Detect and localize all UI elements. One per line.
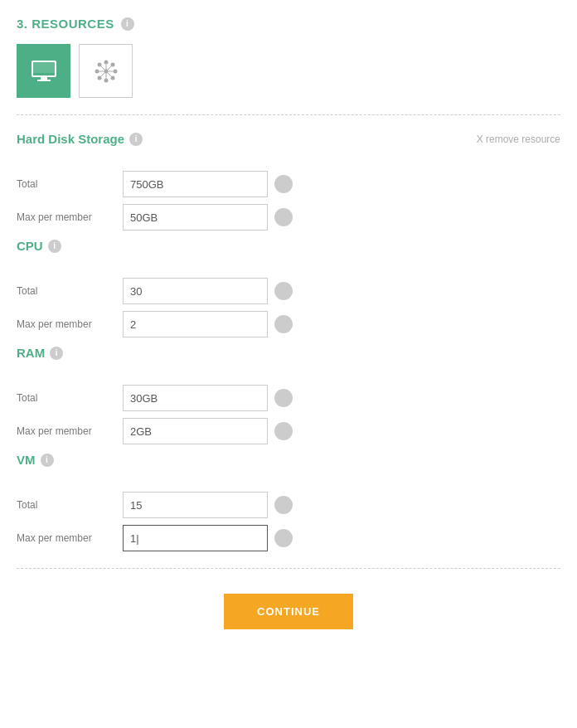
resource-section-ram: RAM i Total Max per member <box>17 346 560 444</box>
svg-point-11 <box>97 75 101 80</box>
harddisk-max-label: Max per member <box>17 211 116 223</box>
ram-total-row: Total <box>17 385 560 411</box>
harddisk-total-input[interactable] <box>123 171 268 197</box>
resource-header-cpu: CPU i <box>17 239 560 253</box>
cpu-max-btn[interactable] <box>274 315 293 333</box>
bottom-divider <box>17 568 560 569</box>
harddisk-max-btn[interactable] <box>274 208 293 226</box>
resource-header-ram: RAM i <box>17 346 560 360</box>
svg-point-6 <box>104 78 108 82</box>
ram-total-input[interactable] <box>123 385 268 411</box>
vm-max-btn[interactable] <box>274 529 293 547</box>
vm-total-input[interactable] <box>123 492 268 518</box>
cpu-label-text: CPU <box>17 239 43 253</box>
vm-max-input[interactable] <box>123 525 268 551</box>
svg-point-12 <box>110 75 114 80</box>
svg-rect-3 <box>32 61 56 73</box>
harddisk-total-row: Total <box>17 171 560 197</box>
harddisk-total-label: Total <box>17 178 116 190</box>
section-title: 3. RESOURCES i <box>17 17 560 31</box>
cpu-total-label: Total <box>17 285 116 297</box>
resource-icon-desktop[interactable] <box>17 44 70 98</box>
vm-total-btn[interactable] <box>274 496 293 514</box>
svg-line-17 <box>101 66 106 71</box>
section-info-icon[interactable]: i <box>121 17 134 31</box>
ram-max-btn[interactable] <box>274 422 293 440</box>
resource-label-cpu: CPU i <box>17 239 61 253</box>
svg-point-10 <box>110 62 114 66</box>
svg-line-20 <box>106 71 111 76</box>
ram-label-text: RAM <box>17 346 45 360</box>
cluster-icon <box>91 56 121 86</box>
resource-icon-cluster[interactable] <box>79 44 133 98</box>
resource-section-cpu: CPU i Total Max per member <box>17 239 560 337</box>
remove-harddisk[interactable]: X remove resource <box>477 133 560 145</box>
vm-total-row: Total <box>17 492 560 518</box>
resource-section-vm: VM i Total Max per member <box>17 453 560 551</box>
cpu-max-input[interactable] <box>123 311 268 337</box>
ram-info-icon[interactable]: i <box>50 347 63 360</box>
ram-max-input[interactable] <box>123 418 268 444</box>
harddisk-max-input[interactable] <box>123 204 268 231</box>
desktop-icon <box>29 56 59 86</box>
cpu-max-row: Max per member <box>17 311 560 337</box>
cpu-total-row: Total <box>17 278 560 304</box>
ram-total-label: Total <box>17 392 116 404</box>
cpu-max-label: Max per member <box>17 318 116 330</box>
page-container: 3. RESOURCES i <box>0 0 577 654</box>
cpu-info-icon[interactable]: i <box>48 240 61 253</box>
harddisk-max-row: Max per member <box>17 204 560 231</box>
top-divider <box>17 114 560 115</box>
cpu-total-btn[interactable] <box>274 282 293 300</box>
resource-header-vm: VM i <box>17 453 560 467</box>
resource-label-ram: RAM i <box>17 346 63 360</box>
svg-point-8 <box>113 69 117 73</box>
svg-line-19 <box>101 71 106 76</box>
ram-total-btn[interactable] <box>274 389 293 407</box>
vm-info-icon[interactable]: i <box>41 454 54 467</box>
svg-rect-2 <box>37 80 51 81</box>
section-title-text: 3. RESOURCES <box>17 17 114 31</box>
svg-point-9 <box>97 62 101 66</box>
resource-section-harddisk: Hard Disk Storage i X remove resource To… <box>17 132 560 231</box>
svg-rect-1 <box>41 76 47 80</box>
resource-icons <box>17 44 560 98</box>
continue-section: CONTINUE <box>17 594 560 629</box>
vm-max-row: Max per member <box>17 525 560 551</box>
ram-max-row: Max per member <box>17 418 560 444</box>
harddisk-label-text: Hard Disk Storage <box>17 132 124 146</box>
resource-label-vm: VM i <box>17 453 54 467</box>
vm-label-text: VM <box>17 453 36 467</box>
svg-point-5 <box>104 60 108 64</box>
harddisk-total-btn[interactable] <box>274 175 293 193</box>
cpu-total-input[interactable] <box>123 278 268 304</box>
vm-max-label: Max per member <box>17 532 116 544</box>
harddisk-info-icon[interactable]: i <box>129 133 143 146</box>
resource-header-harddisk: Hard Disk Storage i X remove resource <box>17 132 560 146</box>
continue-button[interactable]: CONTINUE <box>224 594 353 629</box>
svg-line-18 <box>106 66 111 71</box>
resource-label-harddisk: Hard Disk Storage i <box>17 132 143 146</box>
vm-total-label: Total <box>17 499 116 511</box>
svg-point-7 <box>95 69 99 73</box>
ram-max-label: Max per member <box>17 425 116 437</box>
